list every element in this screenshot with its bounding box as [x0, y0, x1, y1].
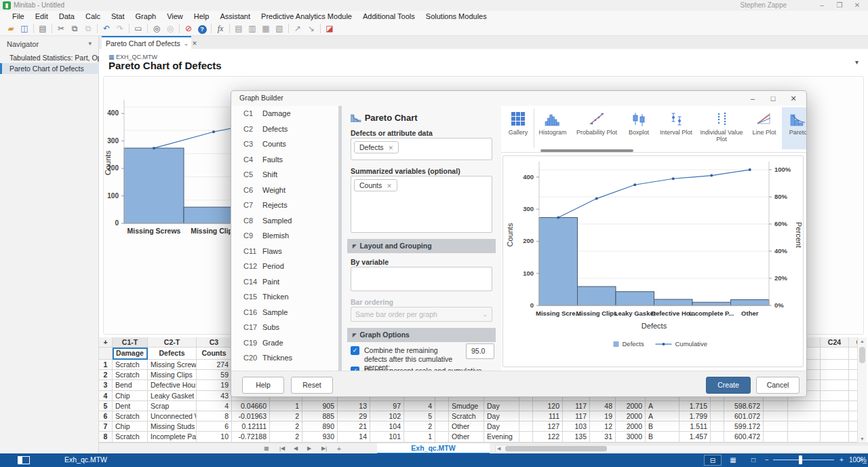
column-item-c14[interactable]: C14Paint — [231, 274, 338, 290]
redo-icon[interactable]: ↷ — [113, 23, 127, 35]
grid-cell[interactable]: 101 — [370, 432, 404, 442]
grid-cell[interactable]: 2000 — [616, 411, 646, 422]
create-button[interactable]: Create — [706, 377, 751, 394]
grid-cell[interactable]: Dent — [113, 401, 148, 411]
grid-cell[interactable] — [821, 411, 849, 422]
grid-cell[interactable]: 19 — [197, 380, 232, 390]
grid-cell[interactable]: 19 — [590, 411, 616, 422]
grid-cell[interactable]: 1.511 — [679, 422, 711, 432]
grid-cell[interactable] — [788, 432, 821, 442]
navigator-collapse-icon[interactable]: ▾ — [88, 40, 92, 47]
grid-cell[interactable]: A — [646, 401, 679, 411]
menu-graph[interactable]: Graph — [130, 11, 162, 22]
gallery-item-interval-plot[interactable]: Interval Plot — [656, 107, 696, 149]
grid-cell[interactable]: 885 — [302, 411, 338, 422]
restore-button[interactable]: ❐ — [831, 1, 848, 10]
tab-chevron-down-icon[interactable]: ⌄ — [184, 40, 189, 47]
close-button[interactable]: ✕ — [849, 1, 865, 10]
output-view-icon[interactable]: □ — [745, 455, 762, 466]
zoom-slider-thumb[interactable] — [799, 455, 802, 464]
grid-cell[interactable] — [711, 422, 724, 432]
grid-cell[interactable] — [519, 411, 533, 422]
grid-cell[interactable]: 3000 — [616, 432, 646, 442]
grid-horizontal-scrollbar[interactable]: ◀ ▶ — [495, 445, 868, 453]
grid-cell[interactable]: 59 — [197, 370, 232, 380]
grid-cell[interactable]: 122 — [533, 432, 563, 442]
gallery-item-gallery[interactable]: Gallery — [502, 107, 534, 149]
grid-cell[interactable]: 1.799 — [679, 411, 711, 422]
grid-cell[interactable]: Missing Clips — [148, 370, 197, 380]
paste-icon[interactable]: ⧉ — [81, 23, 95, 35]
grid-cell[interactable]: 2 — [99, 370, 113, 380]
grid-cell[interactable]: Smudge — [449, 401, 484, 411]
column-item-c5[interactable]: C5Shift — [231, 167, 338, 183]
grid-cell[interactable] — [849, 360, 857, 370]
grid-cell[interactable]: 1 — [270, 401, 302, 411]
next-worksheet-icon[interactable]: ▶ — [305, 444, 313, 453]
grid-cell[interactable] — [764, 422, 788, 432]
formula-icon[interactable]: fx — [214, 23, 227, 35]
grid-cell[interactable] — [788, 411, 821, 422]
grid-cell[interactable]: Missing Studs — [148, 422, 197, 432]
grid-cell[interactable] — [849, 422, 857, 432]
grid-cell[interactable]: 31 — [590, 432, 616, 442]
column-item-c8[interactable]: C8Sampled — [231, 213, 338, 229]
print-icon[interactable]: ▤ — [36, 23, 50, 35]
layout-grouping-section-header[interactable]: ◤Layout and Grouping — [347, 239, 496, 253]
grid-cell[interactable]: Day — [484, 411, 519, 422]
grid-cell[interactable]: 6 — [197, 422, 232, 432]
grid-cell[interactable]: A — [646, 411, 679, 422]
grid-cell[interactable]: 48 — [590, 401, 616, 411]
scroll-thumb[interactable] — [505, 446, 607, 451]
tab-close-icon[interactable]: ✕ — [192, 40, 197, 47]
menu-view[interactable]: View — [161, 11, 189, 22]
grid-cell[interactable] — [711, 411, 724, 422]
scroll-down-icon[interactable]: ▼ — [858, 436, 867, 441]
grid-cell[interactable]: 97 — [370, 401, 404, 411]
tab-pareto-chart-of-defects[interactable]: Pareto Chart of Defects ⌄ ✕ — [102, 36, 191, 49]
grid-cell[interactable]: 598.672 — [724, 401, 764, 411]
grid-cell[interactable] — [821, 422, 849, 432]
find-next-icon[interactable]: ◎ — [163, 23, 177, 35]
column-item-c16[interactable]: C16Sample — [231, 305, 338, 320]
grid-cell[interactable]: 601.072 — [724, 411, 764, 422]
checked-checkbox[interactable]: ✓ — [351, 346, 359, 355]
grid-cell[interactable]: Missing Screws — [148, 360, 197, 370]
grid-header-cell[interactable]: C1-T — [113, 337, 148, 348]
grid-cell[interactable] — [821, 401, 849, 411]
column-item-c19[interactable]: C19Grade — [231, 335, 338, 351]
column-item-c4[interactable]: C4Faults — [231, 152, 338, 168]
find-icon[interactable]: ◎ — [150, 23, 163, 35]
chip-remove-icon[interactable]: ✕ — [387, 183, 392, 189]
grid-cell[interactable]: Incomplete Part — [148, 432, 197, 442]
grid-cell[interactable]: 5 — [404, 411, 435, 422]
defects-chip[interactable]: Defects✕ — [354, 141, 399, 153]
split-view-icon[interactable]: ⊟ — [704, 455, 722, 466]
scroll-left-icon[interactable]: ◀ — [497, 445, 500, 452]
scroll-thumb[interactable] — [859, 347, 865, 363]
scroll-up-icon[interactable]: ▲ — [858, 339, 867, 343]
insert-rows-icon[interactable]: ▤ — [232, 23, 245, 35]
grid-header-cell[interactable]: C2-T — [148, 337, 197, 348]
grid-cell[interactable]: 890 — [302, 422, 338, 432]
grid-cell[interactable]: Bend — [113, 380, 148, 390]
new-window-icon[interactable]: ▭ — [132, 23, 145, 35]
grid-cell[interactable] — [519, 432, 533, 442]
grid-cell[interactable]: Scratch — [449, 411, 484, 422]
grid-cell[interactable]: 117 — [563, 411, 590, 422]
column-item-c17[interactable]: C17Subs — [231, 320, 338, 335]
grid-cell[interactable]: 2 — [270, 432, 302, 442]
dialog-maximize-icon[interactable]: □ — [764, 93, 782, 104]
worksheet-tab-exh-qc[interactable]: Exh_qc.MTW — [377, 443, 490, 454]
menu-additional-tools[interactable]: Additional Tools — [357, 11, 420, 22]
grid-cell[interactable]: Scratch — [113, 432, 148, 442]
grid-header-cell[interactable]: + — [99, 337, 113, 348]
grid-cell[interactable]: 2000 — [616, 422, 646, 432]
gallery-item-line-plot[interactable]: Line Plot — [747, 107, 782, 149]
grid-header-cell[interactable] — [821, 348, 849, 360]
grid-header-cell[interactable] — [99, 348, 113, 360]
grid-cell[interactable]: 102 — [370, 411, 404, 422]
grid-cell[interactable]: Chip — [113, 391, 148, 401]
grid-cell[interactable]: 0.12111 — [232, 422, 270, 432]
grid-cell[interactable] — [821, 380, 849, 390]
